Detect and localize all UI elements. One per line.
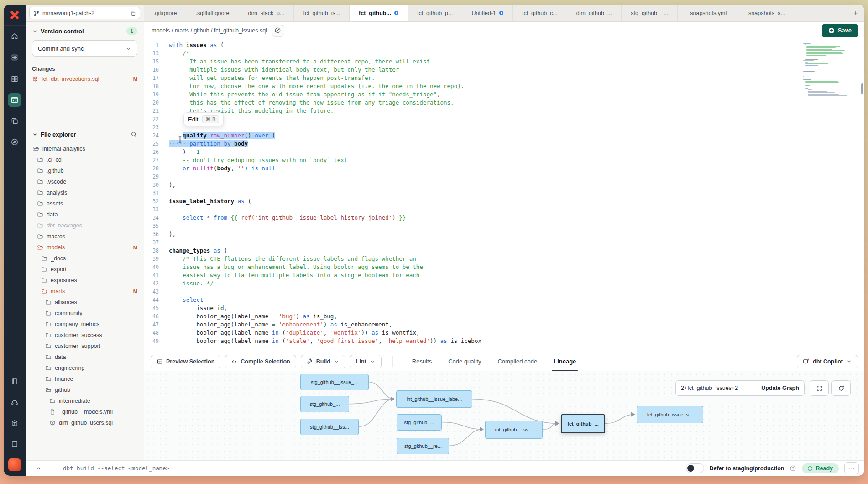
editor-tab[interactable]: stg_github__... [622,5,678,21]
lineage-node[interactable]: fct_github_... [561,414,605,433]
compass-icon[interactable] [4,132,26,153]
file-tree-item[interactable]: macros [26,231,144,242]
editor-tab[interactable]: .sqlfluffignore [186,5,239,21]
editor-tab[interactable]: _snapshots_s... [736,5,795,21]
archive-icon[interactable] [4,47,26,68]
headset-icon[interactable] [4,392,26,413]
code-line[interactable]: 32 issue_label_history as ( [144,197,864,205]
file-tree-item[interactable]: analysis [26,187,144,198]
panel-button[interactable]: Lint [350,355,382,368]
file-tree-item[interactable]: finance [26,374,144,384]
code-line[interactable]: 25 ······partition by body [144,140,864,148]
code-line[interactable]: 20 this has the effect of removing the n… [144,99,864,107]
lineage-node[interactable]: stg_github__iss... [300,419,359,435]
file-tree-item[interactable]: github [26,384,144,395]
file-tree-item[interactable]: exposures [26,275,144,286]
book-icon[interactable] [4,434,26,455]
file-tree-item[interactable]: .vscode [26,176,144,187]
code-line[interactable]: 17 will get updates for events that happ… [144,74,864,82]
code-line[interactable]: 27 -- don't try deduping issues with no … [144,156,864,164]
code-editor-icon[interactable] [4,89,26,110]
panel-button[interactable]: Compile Selection [225,355,296,368]
code-line[interactable]: 45 issue_id, [144,304,864,312]
code-line[interactable]: 37 [144,238,864,247]
editor-tab[interactable]: .gitignore [144,5,186,21]
file-tree-item[interactable]: dbt_packages [26,220,144,231]
lineage-node[interactable]: fct_github_issue_s... [637,406,703,423]
code-line[interactable]: 23 [144,123,864,132]
home-icon[interactable] [4,26,26,47]
command-input[interactable]: dbt build --select <model_name> [51,465,169,472]
code-line[interactable]: 29 [144,173,864,181]
grid-icon[interactable] [4,68,26,89]
panel-tab[interactable]: Compiled code [496,352,539,371]
new-tab-button[interactable]: + [847,5,864,21]
code-line[interactable]: 19 While this prevents the old issue fro… [144,90,864,99]
code-editor[interactable]: Edit ⌘ B 1 with issues as ( 13 /* 15 If … [144,39,864,352]
user-avatar[interactable] [8,458,21,471]
windows-icon[interactable] [4,110,26,132]
code-line[interactable]: 41 easiest way to flatten multiple label… [144,271,864,279]
code-line[interactable]: 24 qualify row_number() over ( [144,132,864,140]
file-tree-item[interactable]: community [26,308,144,319]
code-line[interactable]: 34 select * from {{ ref('int_github__iss… [144,214,864,222]
panel-tab[interactable]: Results [410,352,434,371]
file-tree-item[interactable]: assets [26,198,144,209]
code-line[interactable]: 39 /* This CTE flattens the different is… [144,255,864,263]
code-line[interactable]: 49 boolor_agg(label_name in ('stale', 'g… [144,337,864,345]
code-line[interactable]: 36 ), [144,230,864,238]
lineage-node[interactable]: int_github__iss... [485,421,543,439]
update-graph-button[interactable]: Update Graph [756,380,805,396]
file-tree-item[interactable]: marts M [26,286,144,297]
code-line[interactable]: 47 boolor_agg(label_name = 'enhancement'… [144,321,864,329]
file-lineage-icon[interactable] [272,25,284,37]
dbt-logo-icon[interactable] [4,5,26,26]
file-tree-item[interactable]: .github [26,165,144,176]
file-tree-item[interactable]: data [26,352,144,363]
editor-tab[interactable]: fct_github_p... [408,5,463,21]
edit-popup-label[interactable]: Edit [188,116,198,123]
editor-tab[interactable]: fct_github... [350,5,408,21]
file-tree-item[interactable]: engineering [26,363,144,374]
file-tree-item[interactable]: internal-analytics [26,143,144,154]
status-badge[interactable]: Ready [802,463,839,473]
lineage-canvas[interactable]: 2+fct_github_issues+2 Update Graph stg_g… [144,371,864,460]
file-tree-item[interactable]: _github__models.yml [26,406,144,417]
minimap[interactable] [803,43,857,97]
code-line[interactable]: 46 boolor_agg(label_name = 'bug') as is_… [144,312,864,321]
editor-tab[interactable]: dim_slack_u... [239,5,294,21]
panel-button[interactable]: Build [301,355,345,368]
copy-icon[interactable] [130,10,136,16]
file-tree-item[interactable]: customer_support [26,341,144,352]
lineage-node[interactable]: stg_github_... [397,414,442,431]
code-line[interactable]: 43 [144,288,864,296]
file-tree-item[interactable]: .ci_cd [26,154,144,165]
help-icon[interactable] [790,465,796,472]
code-line[interactable]: 22 [144,115,864,123]
fullscreen-icon[interactable] [810,380,829,396]
code-line[interactable]: 13 /* [144,49,864,58]
editor-tab[interactable]: Untitled-1 [462,5,513,21]
file-tree-item[interactable]: data [26,209,144,220]
file-tree-item[interactable]: company_metrics [26,319,144,330]
file-tree-item[interactable]: models M [26,242,144,253]
save-button[interactable]: Save [822,24,858,37]
code-line[interactable]: 18 For now, choose the one with more rec… [144,82,864,90]
lineage-node[interactable]: int_github__issue_labe... [396,390,472,408]
code-line[interactable]: 40 issue has a bug or enhancement label.… [144,263,864,271]
editor-tab[interactable]: fct_github_is... [294,5,350,21]
editor-tab[interactable]: fct_github_c... [513,5,567,21]
search-icon[interactable] [131,131,137,138]
code-line[interactable]: 33 [144,205,864,214]
code-line[interactable]: 35 [144,222,864,230]
code-line[interactable]: 28 or nullif(body, '') is null [144,164,864,173]
file-explorer-header[interactable]: File explorer [26,126,144,142]
branch-selector[interactable]: mirnawong1-patch-2 [29,7,140,19]
code-line[interactable]: 21 Let's revisit this modeling in the fu… [144,107,864,115]
lineage-node[interactable]: stg_github_... [300,396,349,412]
version-control-header[interactable]: Version control 1 [26,22,144,38]
changed-file-item[interactable]: fct_dbt_invocations.sqlM [26,74,144,84]
package-icon[interactable] [4,413,26,434]
code-line[interactable]: 31 [144,189,864,197]
editor-scrollbar[interactable] [861,83,863,94]
